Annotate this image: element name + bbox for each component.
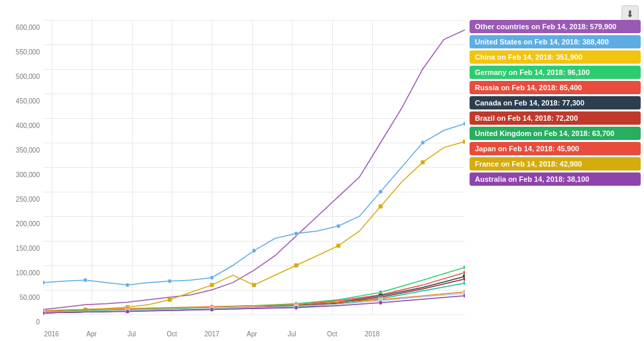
x-axis-label: 2018 — [365, 330, 379, 338]
svg-point-6 — [294, 232, 298, 236]
svg-rect-16 — [252, 283, 256, 287]
y-axis-label: 350,000 — [16, 147, 40, 154]
y-axis-label: 100,000 — [16, 269, 40, 277]
legend-item: Other countries on Feb 14, 2018: 579,900 — [470, 20, 641, 33]
legend-item: Russia on Feb 14, 2018: 85,400 — [470, 81, 641, 94]
svg-point-33 — [463, 271, 465, 275]
svg-point-2 — [125, 283, 129, 287]
svg-point-10 — [463, 122, 465, 126]
svg-point-0 — [43, 281, 45, 285]
svg-point-8 — [379, 190, 383, 194]
y-axis-label: 0 — [36, 318, 40, 326]
y-axis-label: 500,000 — [16, 73, 40, 80]
svg-rect-19 — [379, 204, 383, 208]
svg-point-9 — [420, 141, 424, 145]
svg-rect-17 — [294, 263, 298, 267]
x-axis-label: 2016 — [44, 330, 59, 338]
svg-point-1 — [84, 278, 88, 282]
legend-item: Canada on Feb 14, 2018: 77,300 — [470, 96, 641, 109]
x-axis-label: 2017 — [204, 330, 219, 338]
svg-rect-18 — [336, 243, 340, 247]
x-axis-label: Apr — [86, 330, 97, 338]
legend-item: China on Feb 14, 2018: 351,900 — [470, 50, 641, 64]
chart-legend: Other countries on Feb 14, 2018: 579,900… — [470, 20, 641, 186]
y-axis-label: 600,000 — [16, 24, 40, 31]
chart-container: ⬇ 600,000550,000500,000450,000400,000350… — [0, 0, 644, 341]
svg-rect-20 — [420, 161, 424, 165]
svg-point-7 — [336, 224, 340, 228]
h-grid-line — [43, 314, 465, 315]
x-axis-label: Jul — [127, 330, 136, 338]
svg-point-66 — [210, 308, 214, 312]
x-axis-label: Oct — [166, 330, 177, 338]
x-axis-label: Oct — [327, 330, 338, 338]
legend-item: United States on Feb 14, 2018: 388,400 — [470, 35, 641, 48]
legend-item: France on Feb 14, 2018: 42,900 — [470, 157, 641, 170]
svg-point-51 — [463, 281, 465, 285]
svg-point-27 — [463, 265, 465, 269]
y-axis-label: 450,000 — [16, 98, 40, 105]
y-axis-label: 400,000 — [16, 122, 40, 129]
y-axis-label: 250,000 — [16, 196, 40, 203]
svg-rect-15 — [210, 283, 214, 287]
y-axis: 600,000550,000500,000450,000400,000350,0… — [0, 20, 43, 314]
y-axis-label: 150,000 — [16, 245, 40, 252]
svg-rect-21 — [463, 140, 465, 144]
y-axis-label: 200,000 — [16, 220, 40, 228]
legend-item: Germany on Feb 14, 2018: 96,100 — [470, 66, 641, 79]
x-axis-label: Jul — [288, 330, 296, 338]
chart-svg — [43, 20, 465, 314]
x-axis: 2016AprJulOct2017AprJulOct2018 — [43, 314, 465, 341]
y-axis-label: 300,000 — [16, 171, 40, 178]
y-axis-label: 50,000 — [19, 294, 40, 301]
download-icon: ⬇ — [626, 9, 634, 19]
svg-point-68 — [379, 301, 383, 305]
svg-point-67 — [294, 306, 298, 310]
legend-item: United Kingdom on Feb 14, 2018: 63,700 — [470, 127, 641, 140]
x-axis-label: Apr — [247, 330, 257, 338]
svg-point-3 — [168, 279, 172, 283]
svg-point-65 — [125, 310, 129, 314]
svg-point-4 — [210, 276, 214, 280]
y-axis-label: 550,000 — [16, 48, 40, 56]
legend-item: Australia on Feb 14, 2018: 38,100 — [470, 172, 641, 186]
legend-item: Japan on Feb 14, 2018: 45,900 — [470, 142, 641, 155]
legend-item: Brazil on Feb 14, 2018: 72,200 — [470, 111, 641, 125]
svg-rect-14 — [168, 298, 172, 302]
svg-point-5 — [252, 249, 256, 253]
